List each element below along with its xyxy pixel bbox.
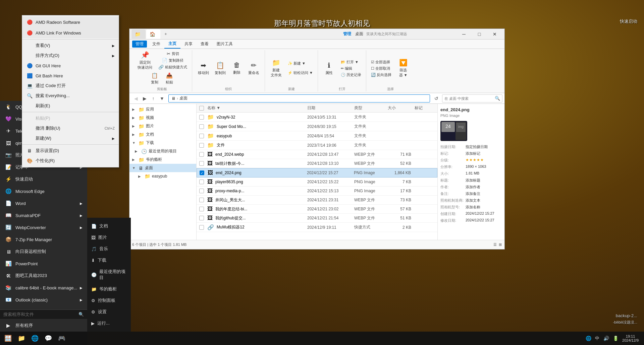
new-folder-button[interactable]: 📁 新建 文件夹 bbox=[268, 59, 284, 78]
row-checkbox[interactable] bbox=[199, 152, 204, 157]
taskbar-file-explorer-icon[interactable]: 📁 bbox=[15, 332, 28, 344]
row-checkbox[interactable] bbox=[199, 115, 204, 120]
left-nav-documents[interactable]: 📄 文档 bbox=[87, 220, 131, 232]
left-nav-music[interactable]: 🎵 音乐 bbox=[87, 243, 131, 255]
table-row[interactable]: ✓ 🖼end_2024.png 2024/12/22 15:27 PNG Ima… bbox=[197, 168, 437, 178]
paste-ribbon-button[interactable]: 📥 粘贴 bbox=[163, 71, 176, 86]
taskbar-volume-icon[interactable]: 🔊 bbox=[602, 334, 610, 342]
manage-tab[interactable]: 管理 bbox=[343, 31, 351, 36]
sm-item-all-programs[interactable]: ▶ 所有程序 bbox=[0, 320, 87, 332]
left-nav-control-panel[interactable]: ⚙ 控制面板 bbox=[87, 295, 131, 306]
taskbar-chat-icon[interactable]: 💬 bbox=[42, 332, 54, 344]
taskbar-start-button[interactable]: 🪟 bbox=[2, 332, 14, 344]
filter-button[interactable]: 🔽 筛选 器 ▼ bbox=[395, 59, 412, 78]
start-search-button[interactable]: 🔍 bbox=[78, 312, 84, 317]
left-nav-pictures[interactable]: 🖼 图片 bbox=[87, 232, 131, 243]
start-search-input[interactable] bbox=[3, 312, 78, 317]
fe-tab-2[interactable]: 🏠 bbox=[146, 29, 160, 39]
sm-item-7zip[interactable]: 📦 7-Zip File Manager bbox=[0, 233, 87, 246]
ribbon-tab-share[interactable]: 共享 bbox=[180, 40, 197, 48]
sm-item-sumatra[interactable]: 📖 SumatraPDF ▶ bbox=[0, 209, 87, 221]
row-checkbox[interactable] bbox=[199, 216, 204, 220]
table-row[interactable]: 📁v2rayN-32 2024/10/5 13:31 文件夹 bbox=[197, 113, 437, 122]
edit-ribbon-button[interactable]: ✏ 编辑 bbox=[339, 65, 363, 72]
nav-recent[interactable]: ▶ 🕒 最近使用的项目 bbox=[129, 147, 196, 155]
row-checkbox[interactable] bbox=[199, 207, 204, 211]
pin-button[interactable]: 📌 固定到 快速访问 bbox=[135, 51, 155, 70]
sm-item-webpconv[interactable]: 🔄 WebpConverter ▶ bbox=[0, 221, 87, 233]
address-box[interactable]: 🖥 › 桌面 bbox=[168, 94, 430, 102]
sm-item-quick-start[interactable]: ⚡ 快速启动 bbox=[0, 173, 87, 185]
header-checkbox[interactable] bbox=[199, 106, 204, 111]
delete-button[interactable]: 🗑 删除 bbox=[228, 59, 245, 78]
taskbar-edge-icon[interactable]: 🌐 bbox=[29, 332, 41, 344]
table-row[interactable]: 🖼player8635.png 2024/12/22 15:22 PNG Ima… bbox=[197, 178, 437, 187]
table-row[interactable]: 🖼井冈山_男生大... 2024/12/21 23:31 WEBP 文件 73 … bbox=[197, 196, 437, 205]
minimize-button[interactable]: ─ bbox=[456, 29, 472, 40]
table-row[interactable]: 🖼我的github提交... 2024/12/21 21:54 WEBP 文件 … bbox=[197, 214, 437, 223]
left-nav-run[interactable]: ▶ 运行... bbox=[87, 318, 131, 329]
easy-access-button[interactable]: ⚡ 轻松访问 ▼ bbox=[286, 70, 315, 76]
fe-tab-1[interactable]: 📁 bbox=[131, 29, 146, 39]
context-menu-item-refresh[interactable]: 刷新(E) bbox=[22, 101, 119, 111]
sm-item-remote[interactable]: 🖥 向日葵远程控制 bbox=[0, 246, 87, 258]
context-menu-item-view[interactable]: 查看(V) ▶ bbox=[22, 41, 119, 51]
view-grid-icon[interactable]: ⊞ bbox=[499, 243, 502, 247]
copy-path-button[interactable]: 📄 复制路径 bbox=[160, 57, 185, 64]
search-submit-icon[interactable]: 🔍 bbox=[495, 96, 500, 101]
view-list-icon[interactable]: ☰ bbox=[493, 243, 497, 247]
nav-downloads[interactable]: ▼ 📁 下载 bbox=[129, 139, 196, 147]
cut-button[interactable]: ✂ 剪切 bbox=[165, 51, 181, 57]
search-input[interactable] bbox=[444, 96, 495, 100]
sm-item-toolbox[interactable]: 🛠 图吧工具箱2023 bbox=[0, 270, 87, 282]
row-checkbox[interactable] bbox=[199, 143, 204, 148]
context-menu-item-paste[interactable]: 粘贴(P) bbox=[22, 113, 119, 123]
row-checkbox[interactable] bbox=[199, 180, 204, 184]
context-menu-item-git-gui[interactable]: 🔵 Git GUI Here bbox=[22, 61, 119, 71]
table-row[interactable]: 📁Super God Mo... 2024/8/30 19:15 文件夹 bbox=[197, 122, 437, 131]
copy-button[interactable]: 📋 复制 bbox=[148, 71, 161, 86]
row-checkbox[interactable] bbox=[199, 134, 204, 138]
history-dropdown-button[interactable]: ▼ bbox=[158, 94, 166, 103]
row-checkbox[interactable] bbox=[199, 189, 204, 193]
table-row[interactable]: 📁easypub 2024/8/4 15:54 文件夹 bbox=[197, 131, 437, 141]
forward-button[interactable]: ▶ bbox=[140, 94, 149, 103]
select-all-button[interactable]: ☑ 全部选择 bbox=[369, 59, 393, 65]
rename-button[interactable]: ✏ 重命名 bbox=[245, 59, 262, 78]
context-menu-item-search[interactable]: 🔍 搜索 Everything... bbox=[22, 91, 119, 101]
context-menu-item-vscode[interactable]: 💻 通过 Code 打开 bbox=[22, 81, 119, 91]
nav-pictures[interactable]: ▶ 📁 图片 bbox=[129, 122, 196, 130]
invert-button[interactable]: 🔄 反向选择 bbox=[369, 72, 393, 78]
taskbar-battery-icon[interactable]: 🔋 bbox=[611, 334, 620, 342]
ribbon-tab-home[interactable]: 主页 bbox=[164, 40, 180, 49]
up-button[interactable]: ↑ bbox=[149, 94, 158, 103]
context-menu-item-display[interactable]: 🖥 显示设置(D) bbox=[22, 146, 119, 156]
nav-desktop[interactable]: ▼ 🖥 桌面 bbox=[129, 164, 196, 172]
nav-easypub[interactable]: ▶ 📁 easypub bbox=[129, 172, 196, 180]
table-row[interactable]: 🖼proxy-media-p... 2024/12/22 15:13 PNG I… bbox=[197, 187, 437, 196]
back-button[interactable]: ◀ bbox=[131, 94, 140, 103]
row-checkbox[interactable] bbox=[199, 198, 204, 202]
history-button[interactable]: 🕒 历史记录 bbox=[339, 72, 363, 78]
row-checkbox[interactable] bbox=[199, 124, 204, 129]
table-row[interactable]: 📁文件 2023/7/14 19:06 文件夹 bbox=[197, 141, 437, 150]
taskbar-language-indicator[interactable]: 中 bbox=[594, 335, 601, 341]
header-size[interactable]: 大小 bbox=[388, 105, 415, 111]
row-checkbox[interactable] bbox=[199, 225, 204, 230]
taskbar-clock[interactable]: 19:11 2024/12/9 bbox=[621, 334, 640, 342]
refresh-button[interactable]: ↺ bbox=[432, 94, 441, 103]
row-checkbox[interactable] bbox=[199, 161, 204, 166]
nav-documents[interactable]: ▶ 📁 文档 bbox=[129, 130, 196, 139]
nav-videos[interactable]: ▶ 📁 视频 bbox=[129, 114, 196, 122]
deselect-all-button[interactable]: ☐ 全部取消 bbox=[369, 65, 393, 72]
context-menu-item-new[interactable]: 新建(W) ▶ bbox=[22, 133, 119, 143]
context-menu-item-sort[interactable]: 排序方式(O) ▶ bbox=[22, 51, 119, 61]
ribbon-tab-file[interactable]: 文件 bbox=[148, 40, 164, 48]
nav-apps[interactable]: ▶ 📁 应用 bbox=[129, 105, 196, 114]
left-nav-downloads[interactable]: ⬇ 下载 bbox=[87, 255, 131, 266]
table-row[interactable]: 🖼end_2024.webp 2024/12/28 13:47 WEBP 文件 … bbox=[197, 150, 437, 159]
table-row[interactable]: 🖼tai统计数据-今... 2024/12/28 13:10 WEBP 文件 5… bbox=[197, 159, 437, 168]
ribbon-tab-pictures[interactable]: 图片工具 bbox=[213, 40, 237, 48]
open-ribbon-button[interactable]: 📂 打开 ▼ bbox=[339, 59, 363, 65]
ribbon-tab-view[interactable]: 查看 bbox=[197, 40, 213, 48]
